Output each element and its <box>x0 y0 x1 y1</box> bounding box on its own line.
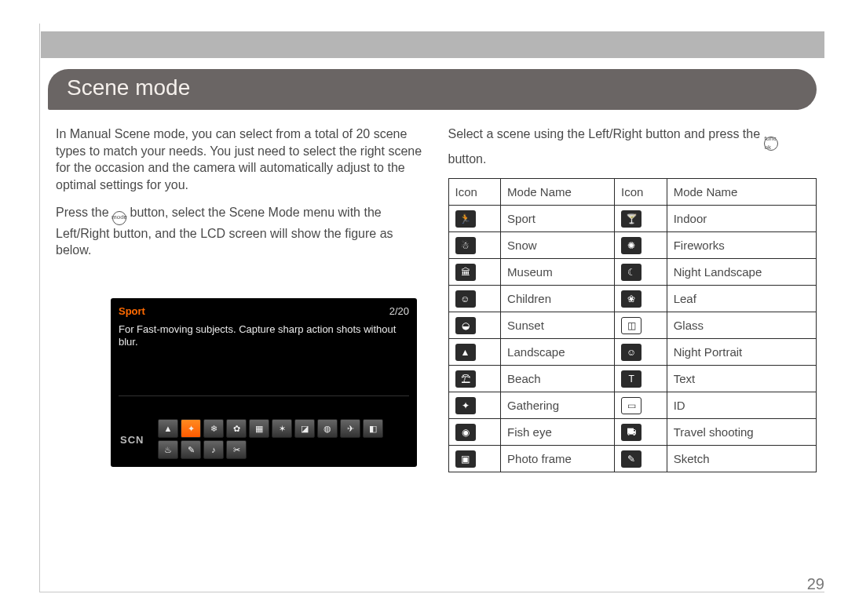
mode-icon: T <box>621 370 641 388</box>
mode-name-cell: Night Portrait <box>667 339 816 366</box>
lcd-mode-tile: ✦ <box>181 419 201 438</box>
mode-name-cell: Sport <box>501 206 615 232</box>
mode-icon: ✺ <box>621 237 641 254</box>
mode-icon-cell: ✦ <box>448 392 501 419</box>
mode-icon: ☃ <box>455 237 476 254</box>
lcd-selected-mode: Sport <box>119 304 145 319</box>
lcd-header: Sport 2/20 <box>119 304 409 319</box>
table-header-row: Icon Mode Name Icon Mode Name <box>448 179 817 206</box>
mode-icon-cell: T <box>615 366 667 392</box>
mode-icon-cell: ❀ <box>615 286 667 312</box>
mode-icon-cell: ☾ <box>615 259 667 286</box>
mode-icon: ⛱ <box>455 370 476 388</box>
mode-icon: 🏃 <box>455 210 476 228</box>
mode-icon: ◫ <box>621 317 641 334</box>
mode-name-cell: Text <box>667 366 816 392</box>
mode-icon: ✦ <box>455 397 476 414</box>
mode-icon-cell: ◫ <box>615 312 667 339</box>
mode-icon: ☺ <box>621 344 641 361</box>
mode-name-cell: Night Landscape <box>667 259 816 286</box>
table-row: ☺Children❀Leaf <box>448 286 817 312</box>
lcd-mode-tile: ◍ <box>317 419 338 438</box>
table-row: ◉Fish eye⛟Travel shooting <box>448 419 817 446</box>
mode-icon-cell: ▭ <box>615 392 667 419</box>
mode-icon: ▭ <box>621 397 641 414</box>
mode-name-cell: Snow <box>501 232 615 259</box>
mode-icon-cell: 🏃 <box>448 206 501 232</box>
lcd-mode-tile: ✎ <box>181 440 201 459</box>
mode-name-cell: Beach <box>501 366 615 392</box>
col-icon-1: Icon <box>448 179 501 206</box>
lcd-mode-grid: ▲✦❄✿▦✶◪◍✈◧♨✎♪✂ <box>158 419 383 459</box>
table-row: ✦Gathering▭ID <box>448 392 817 419</box>
mode-name-cell: Photo frame <box>501 446 615 472</box>
left-column: In Manual Scene mode, you can select fro… <box>56 126 425 568</box>
mode-icon-cell: ☃ <box>448 232 501 259</box>
mode-name-cell: Gathering <box>501 392 615 419</box>
section-title: Scene mode <box>67 75 190 100</box>
mode-icon: ☾ <box>621 264 641 281</box>
mode-name-cell: Leaf <box>667 286 816 312</box>
col-icon-2: Icon <box>615 179 667 206</box>
table-row: 🏃Sport🍸Indoor <box>448 206 817 232</box>
mode-icon: ▣ <box>455 450 476 468</box>
mode-icon-cell: ◒ <box>448 312 501 339</box>
mode-name-cell: Travel shooting <box>667 419 816 446</box>
table-row: ◒Sunset◫Glass <box>448 312 817 339</box>
mode-name-cell: Sunset <box>501 312 615 339</box>
mode-icon: ✎ <box>621 450 641 468</box>
mode-name-cell: Children <box>501 286 615 312</box>
lcd-mode-tile: ▦ <box>249 419 269 438</box>
lcd-divider <box>119 395 409 396</box>
right-column: Select a scene using the Left/Right butt… <box>448 126 817 568</box>
lcd-mode-tile: ♨ <box>158 440 178 459</box>
lcd-mode-tile: ✂ <box>226 440 247 459</box>
table-row: ☃Snow✺Fireworks <box>448 232 817 259</box>
lcd-mode-tile: ◧ <box>363 419 383 438</box>
mode-icon-cell: ⛟ <box>615 419 667 446</box>
mode-icon: 🏛 <box>455 264 476 281</box>
table-row: ▣Photo frame✎Sketch <box>448 446 817 472</box>
lcd-mode-tile: ✈ <box>340 419 360 438</box>
mode-icon: ▲ <box>455 344 476 361</box>
lcd-mode-tile: ✶ <box>272 419 292 438</box>
mode-icon-cell: ☺ <box>615 339 667 366</box>
scene-mode-table: Icon Mode Name Icon Mode Name 🏃Sport🍸Ind… <box>448 178 817 472</box>
mode-name-cell: Fireworks <box>667 232 816 259</box>
mode-name-cell: Landscape <box>501 339 615 366</box>
mode-name-cell: Sketch <box>667 446 816 472</box>
mode-name-cell: Fish eye <box>501 419 615 446</box>
lcd-preview: Sport 2/20 For Fast-moving subjects. Cap… <box>111 298 417 467</box>
mode-icon-cell: ✎ <box>615 446 667 472</box>
select-instruction: Select a scene using the Left/Right butt… <box>448 126 817 167</box>
mode-icon-cell: ☺ <box>448 286 501 312</box>
mode-icon: ◉ <box>455 424 476 441</box>
mode-name-cell: Glass <box>667 312 816 339</box>
mode-icon-cell: 🍸 <box>615 206 667 232</box>
mode-icon-cell: ⛱ <box>448 366 501 392</box>
lcd-mode-tile: ✿ <box>226 419 247 438</box>
content-columns: In Manual Scene mode, you can select fro… <box>56 126 817 568</box>
section-title-pill: Scene mode <box>48 69 817 110</box>
mode-icon: ❀ <box>621 290 641 308</box>
mode-icon: ◒ <box>455 317 476 334</box>
lcd-mode-tile: ◪ <box>294 419 315 438</box>
mode-icon: ☺ <box>455 290 476 308</box>
table-row: 🏛Museum☾Night Landscape <box>448 259 817 286</box>
func-ok-button-icon: func ok <box>764 137 778 151</box>
mode-icon-cell: ▣ <box>448 446 501 472</box>
page-number: 29 <box>807 575 824 593</box>
lcd-scn-label: SCN <box>120 433 144 447</box>
table-row: ⛱BeachTText <box>448 366 817 392</box>
mode-icon-cell: ◉ <box>448 419 501 446</box>
mode-name-cell: Museum <box>501 259 615 286</box>
mode-button-icon: mode <box>112 211 126 225</box>
mode-name-cell: Indoor <box>667 206 816 232</box>
col-mode-2: Mode Name <box>667 179 816 206</box>
mode-name-cell: ID <box>667 392 816 419</box>
header-grey-band <box>41 31 824 58</box>
intro-paragraph-1: In Manual Scene mode, you can select fro… <box>56 126 425 193</box>
manual-page: Scene mode In Manual Scene mode, you can… <box>39 24 824 592</box>
mode-icon-cell: 🏛 <box>448 259 501 286</box>
intro-paragraph-2: Press the mode button, select the Scene … <box>56 204 425 259</box>
